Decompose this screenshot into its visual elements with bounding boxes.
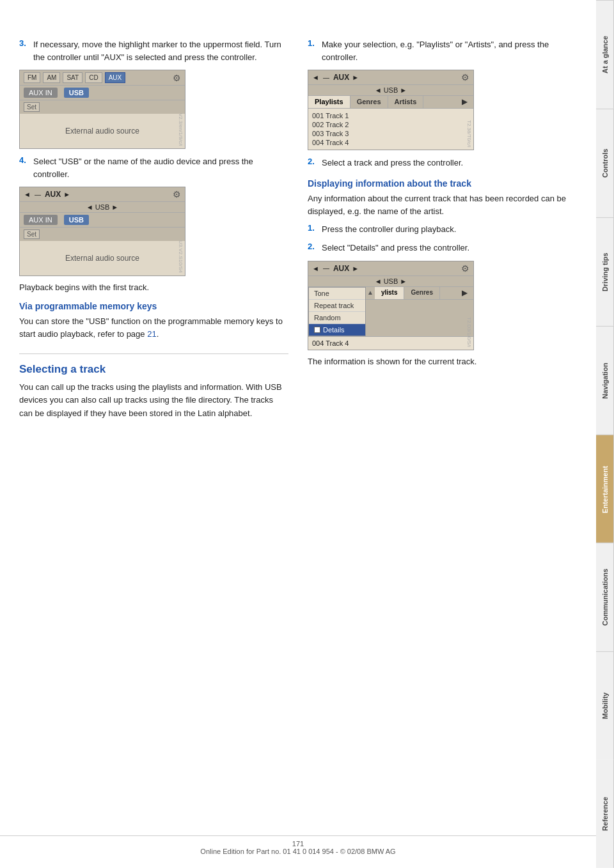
screen-4-top-bar: ◄ — AUX ► ⚙ xyxy=(308,261,473,276)
screen-4-nav: ◄ — AUX ► xyxy=(312,264,359,273)
screen-2-nav: ◄ — AUX ► xyxy=(24,190,70,199)
menu-tone[interactable]: Tone xyxy=(309,288,365,300)
tab-playlists[interactable]: Playlists xyxy=(308,96,350,108)
screen-3-top-bar: ◄ — AUX ► ⚙ xyxy=(308,70,473,85)
side-tabs: At a glance Controls Driving tips Naviga… xyxy=(596,0,614,868)
track-1: 001 Track 1 xyxy=(312,111,469,120)
tab-right-arrow: ▶ xyxy=(455,96,473,108)
tab-artists[interactable]: Artists xyxy=(388,96,424,108)
screen-3-tabs: Playlists Genres Artists ▶ xyxy=(308,96,473,109)
aux-button[interactable]: AUX xyxy=(105,72,126,83)
tab-at-a-glance[interactable]: At a glance xyxy=(596,0,614,109)
screen-2-top-bar: ◄ — AUX ► ⚙ xyxy=(20,187,185,202)
screen-4-track-row: 004 Track 4 xyxy=(308,337,473,350)
step-3: 3. If necessary, move the highlight mark… xyxy=(19,38,288,63)
screen-3-nav: ◄ — AUX ► xyxy=(312,73,359,82)
screen-1-fm-row: FM AM SAT CD AUX ⚙ xyxy=(20,70,185,86)
am-button[interactable]: AM xyxy=(43,72,60,83)
page-footer: 171 Online Edition for Part no. 01 41 0 … xyxy=(0,835,596,855)
step-4-number: 4. xyxy=(19,155,29,180)
info-line: The information is shown for the current… xyxy=(308,357,577,366)
tab-genres[interactable]: Genres xyxy=(350,96,388,108)
step-3-number: 3. xyxy=(19,38,29,63)
sat-button[interactable]: SAT xyxy=(63,72,83,83)
step-display-2-number: 2. xyxy=(308,242,318,254)
via-text: You can store the "USB" function on the … xyxy=(19,315,288,341)
menu-details[interactable]: Details xyxy=(309,324,365,336)
step-3-text: If necessary, move the highlight marker … xyxy=(33,38,288,63)
screen-1-set-row: Set xyxy=(20,100,185,114)
menu-random[interactable]: Random xyxy=(309,312,365,324)
watermark-4: T2.D3/1/0/S/i xyxy=(466,317,472,347)
tab-reference[interactable]: Reference xyxy=(596,760,614,868)
screen-2-gear-icon: ⚙ xyxy=(173,189,181,199)
cd-button[interactable]: CD xyxy=(85,72,102,83)
watermark-3: T2.38/T0/c/i xyxy=(466,120,472,147)
screen-3-list: 001 Track 1 002 Track 2 003 Track 3 004 … xyxy=(308,109,473,150)
set-label-2: Set xyxy=(24,229,40,239)
step-display-1-number: 1. xyxy=(308,223,318,236)
step-r1-number: 1. xyxy=(308,38,318,63)
displaying-text: Any information about the current track … xyxy=(308,192,577,218)
watermark-2: U3.V2.S10/S4 xyxy=(178,240,184,273)
nav-left-4: ◄ xyxy=(312,265,319,272)
step-r2: 2. Select a track and press the controll… xyxy=(308,157,577,169)
via-link[interactable]: 21 xyxy=(147,329,156,339)
main-content: 3. If necessary, move the highlight mark… xyxy=(0,0,596,463)
step-display-2-text: Select "Details" and press the controlle… xyxy=(322,242,469,254)
step-r2-number: 2. xyxy=(308,157,318,169)
playback-note: Playback begins with the first track. xyxy=(19,283,288,292)
screen-2: ◄ — AUX ► ⚙ ◄ USB ► AUX IN USB Set Exter… xyxy=(19,187,185,276)
aux-line-icon-4: — xyxy=(323,265,329,272)
details-checkbox-icon xyxy=(314,327,320,333)
step-4: 4. Select "USB" or the name of the audio… xyxy=(19,155,288,180)
aux-in-button[interactable]: AUX IN xyxy=(24,88,58,98)
watermark-1: V2.3/en/1/9/c/i xyxy=(178,113,184,146)
step-display-2: 2. Select "Details" and press the contro… xyxy=(308,242,577,254)
left-column: 3. If necessary, move the highlight mark… xyxy=(19,38,288,425)
tab-ylists: ylists xyxy=(375,287,405,299)
tab-driving-tips[interactable]: Driving tips xyxy=(596,217,614,326)
screen-1: FM AM SAT CD AUX ⚙ AUX IN USB Set Extern… xyxy=(19,70,185,149)
nav-right-4: ► xyxy=(352,265,359,272)
screen-4: ◄ — AUX ► ⚙ ◄ USB ► Tone Repeat track xyxy=(308,261,474,350)
tab-communications[interactable]: Communications xyxy=(596,543,614,651)
screen-2-aux-usb-row: AUX IN USB xyxy=(20,213,185,228)
menu-repeat[interactable]: Repeat track xyxy=(309,300,365,312)
track-4: 004 Track 4 xyxy=(312,138,469,147)
screen-4-usb-bar: ◄ USB ► xyxy=(308,276,473,287)
screen-4-menu: Tone Repeat track Random Details xyxy=(308,287,366,336)
set-label-1: Set xyxy=(24,102,40,112)
fm-button[interactable]: FM xyxy=(24,72,40,83)
screen-2-set-row: Set xyxy=(20,228,185,241)
tab-mobility[interactable]: Mobility xyxy=(596,651,614,760)
selecting-heading: Selecting a track xyxy=(19,353,288,376)
nav-right-3: ► xyxy=(352,74,359,81)
screen-4-menu-area: Tone Repeat track Random Details ▲ xyxy=(308,287,473,336)
nav-right-arrow-2: ► xyxy=(63,190,70,198)
tab-genres-4: Genres xyxy=(404,287,439,299)
tab-controls[interactable]: Controls xyxy=(596,109,614,217)
screen-1-aux-usb-row: AUX IN USB xyxy=(20,86,185,100)
aux-label-2: AUX xyxy=(45,190,61,199)
aux-label-3: AUX xyxy=(333,73,349,82)
tab-right-4: ▶ xyxy=(455,287,473,299)
screen-4-tabs-row: Tone Repeat track Random Details ▲ xyxy=(308,287,473,337)
page-number: 171 xyxy=(292,840,304,848)
screen-1-gear-icon: ⚙ xyxy=(173,73,181,83)
selecting-text: You can call up the tracks using the pla… xyxy=(19,381,288,419)
usb-button-2[interactable]: USB xyxy=(64,215,89,225)
aux-label-4: AUX xyxy=(333,264,349,273)
tab-navigation[interactable]: Navigation xyxy=(596,326,614,435)
menu-details-label: Details xyxy=(323,326,345,334)
via-text-suffix: . xyxy=(157,329,159,339)
step-display-1: 1. Press the controller during playback. xyxy=(308,223,577,236)
usb-button-1[interactable]: USB xyxy=(64,88,89,98)
track-3: 003 Track 3 xyxy=(312,129,469,138)
aux-line-icon: — xyxy=(35,191,41,198)
step-r1: 1. Make your selection, e.g. "Playlists"… xyxy=(308,38,577,63)
aux-in-button-2[interactable]: AUX IN xyxy=(24,215,58,225)
screen-4-gear-icon: ⚙ xyxy=(461,263,469,274)
footer-text: Online Edition for Part no. 01 41 0 014 … xyxy=(200,848,395,855)
tab-entertainment[interactable]: Entertainment xyxy=(596,435,614,543)
